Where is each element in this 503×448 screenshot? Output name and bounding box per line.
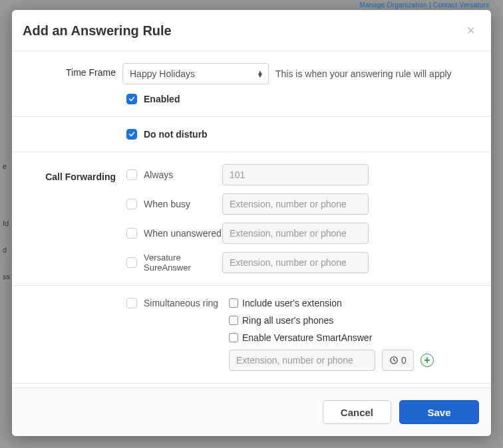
enabled-label: Enabled (144, 94, 180, 104)
cancel-button[interactable]: Cancel (323, 400, 391, 424)
sureanswer-input[interactable] (222, 252, 369, 273)
when-unanswered-checkbox[interactable] (126, 228, 137, 239)
call-forwarding-label: Call Forwarding (23, 168, 116, 182)
ring-delay-value: 0 (401, 355, 407, 366)
timeframe-hint: This is when your answering rule will ap… (275, 68, 452, 79)
add-answering-rule-modal: Add an Answering Rule × Time Frame Happy… (12, 10, 491, 436)
sim-ring-input[interactable] (229, 350, 375, 371)
smartanswer-label: Enable Versature SmartAnswer (242, 332, 372, 343)
add-number-button[interactable]: + (420, 354, 434, 367)
always-input[interactable] (222, 164, 369, 185)
ring-delay-button[interactable]: 0 (382, 350, 414, 371)
always-label: Always (144, 169, 222, 180)
when-busy-label: When busy (144, 199, 222, 209)
simultaneous-ring-checkbox[interactable] (126, 298, 137, 308)
ring-all-phones-checkbox[interactable] (229, 316, 238, 325)
simultaneous-ring-label: Simultaneous ring (144, 298, 218, 308)
background-topnav: Manage Organization | Contact Versature (359, 1, 490, 9)
sureanswer-checkbox[interactable] (126, 257, 137, 268)
include-user-extension-label: Include user's extension (242, 298, 342, 308)
enabled-checkbox[interactable] (126, 94, 137, 104)
timeframe-label: Time Frame (23, 63, 116, 78)
dnd-label: Do not disturb (144, 129, 208, 140)
save-button[interactable]: Save (399, 400, 479, 424)
ring-all-phones-label: Ring all user's phones (242, 315, 333, 326)
when-busy-checkbox[interactable] (126, 199, 137, 209)
include-user-extension-checkbox[interactable] (229, 298, 238, 308)
close-icon[interactable]: × (466, 23, 475, 38)
when-unanswered-input[interactable] (222, 223, 369, 244)
clock-icon (389, 356, 399, 365)
bg-fragment: d (3, 246, 7, 254)
always-checkbox[interactable] (126, 169, 137, 180)
modal-title: Add an Answering Rule (23, 23, 172, 39)
bg-fragment: e (3, 162, 7, 170)
plus-icon: + (424, 355, 430, 366)
sureanswer-label: Versature SureAnswer (144, 253, 222, 273)
timeframe-select[interactable]: Happy Holidays (122, 63, 269, 84)
when-unanswered-label: When unanswered (144, 228, 222, 239)
when-busy-input[interactable] (222, 193, 369, 215)
dnd-checkbox[interactable] (126, 129, 137, 140)
smartanswer-checkbox[interactable] (229, 333, 238, 342)
bg-fragment: ss (3, 273, 10, 280)
bg-fragment: Id (3, 219, 9, 227)
